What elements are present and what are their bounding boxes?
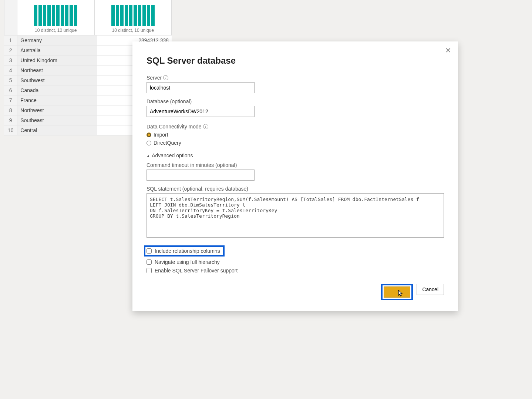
checkbox-navigate-hierarchy[interactable]: Navigate using full hierarchy — [147, 259, 444, 265]
histogram-bars-1 — [20, 3, 91, 26]
ok-button[interactable]: OK — [384, 286, 410, 298]
sql-statement-input[interactable] — [147, 193, 444, 238]
cursor-icon — [398, 290, 404, 297]
cell-region: Central — [17, 125, 97, 135]
cell-region: Canada — [17, 86, 97, 95]
row-number: 3 — [4, 56, 17, 66]
cell-region: Germany — [17, 36, 97, 46]
close-icon[interactable]: ✕ — [444, 45, 453, 56]
highlight-include-relationship: Include relationship columns — [144, 245, 225, 256]
server-input[interactable] — [147, 82, 255, 93]
timeout-input[interactable] — [147, 170, 255, 181]
info-icon[interactable]: i — [203, 124, 208, 129]
row-number: 10 — [4, 125, 17, 135]
checkbox-include-relationship[interactable]: Include relationship columns — [147, 248, 220, 254]
sql-statement-label: SQL statement (optional, requires databa… — [147, 186, 444, 192]
row-number: 4 — [4, 66, 17, 76]
cell-region: France — [17, 95, 97, 105]
connectivity-label: Data Connectivity mode i — [147, 124, 444, 130]
row-number: 2 — [4, 46, 17, 56]
cell-region: United Kingdom — [17, 56, 97, 66]
histogram-row: 10 distinct, 10 unique 10 distinct, 10 u… — [4, 0, 172, 35]
histogram-bars-2 — [98, 3, 169, 26]
checkbox-failover-support[interactable]: Enable SQL Server Failover support — [147, 268, 444, 274]
info-icon[interactable]: i — [163, 75, 168, 80]
radio-import[interactable]: Import — [147, 132, 444, 138]
cell-region: Northwest — [17, 105, 97, 115]
database-label: Database (optional) — [147, 98, 444, 104]
row-number: 8 — [4, 105, 17, 115]
row-number: 7 — [4, 95, 17, 105]
dialog-title: SQL Server database — [147, 56, 444, 66]
radio-directquery[interactable]: DirectQuery — [147, 140, 444, 146]
advanced-options-toggle[interactable]: Advanced options — [147, 152, 444, 158]
cell-region: Southwest — [17, 76, 97, 86]
row-number: 5 — [4, 76, 17, 86]
row-number: 6 — [4, 86, 17, 95]
server-label: Server i — [147, 75, 444, 81]
histogram-label-1: 10 distinct, 10 unique — [35, 28, 77, 33]
highlight-ok-button: OK — [381, 284, 413, 300]
cell-region: Australia — [17, 46, 97, 56]
database-input[interactable] — [147, 106, 255, 117]
histogram-label-2: 10 distinct, 10 unique — [112, 28, 154, 33]
row-number: 1 — [4, 36, 17, 46]
row-number: 9 — [4, 115, 17, 125]
cell-region: Southeast — [17, 115, 97, 125]
timeout-label: Command timeout in minutes (optional) — [147, 162, 444, 168]
cancel-button[interactable]: Cancel — [417, 284, 444, 295]
sql-server-dialog: ✕ SQL Server database Server i Database … — [132, 41, 458, 311]
cell-region: Northeast — [17, 66, 97, 76]
